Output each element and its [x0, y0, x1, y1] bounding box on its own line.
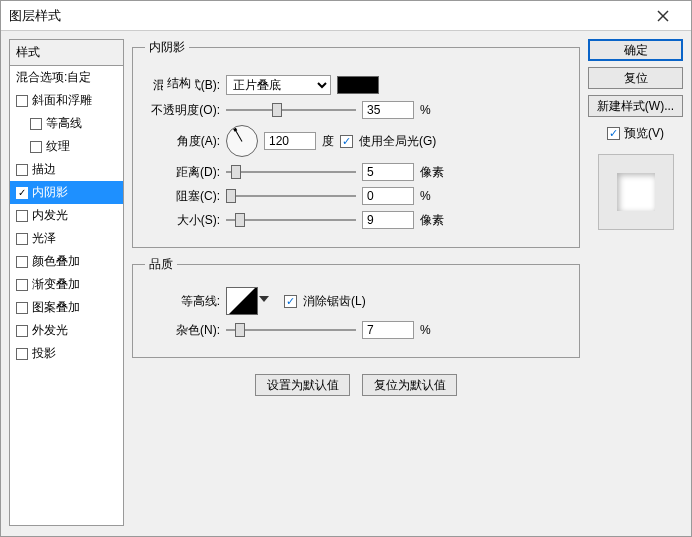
sidebar-item-label: 渐变叠加	[32, 276, 80, 293]
choke-slider[interactable]	[226, 187, 356, 205]
sidebar-item-checkbox[interactable]	[30, 141, 42, 153]
sidebar-item-9[interactable]: 渐变叠加	[10, 273, 123, 296]
blend-mode-select[interactable]: 正片叠底	[226, 75, 331, 95]
size-unit: 像素	[420, 212, 450, 229]
make-default-button[interactable]: 设置为默认值	[255, 374, 350, 396]
size-label: 大小(S):	[145, 212, 220, 229]
sidebar-item-11[interactable]: 外发光	[10, 319, 123, 342]
sidebar-item-checkbox[interactable]	[16, 348, 28, 360]
styles-sidebar: 样式 混合选项:自定斜面和浮雕等高线纹理描边内阴影内发光光泽颜色叠加渐变叠加图案…	[9, 39, 124, 528]
sidebar-item-checkbox[interactable]	[30, 118, 42, 130]
sidebar-item-checkbox[interactable]	[16, 210, 28, 222]
sidebar-item-10[interactable]: 图案叠加	[10, 296, 123, 319]
sidebar-item-checkbox[interactable]	[16, 256, 28, 268]
sidebar-item-4[interactable]: 描边	[10, 158, 123, 181]
reset-default-button[interactable]: 复位为默认值	[362, 374, 457, 396]
preview-checkbox[interactable]	[607, 127, 620, 140]
sidebar-item-2[interactable]: 等高线	[10, 112, 123, 135]
noise-unit: %	[420, 323, 450, 337]
size-input[interactable]	[362, 211, 414, 229]
close-icon	[657, 10, 669, 22]
sidebar-item-5[interactable]: 内阴影	[10, 181, 123, 204]
quality-group: 品质 等高线: 消除锯齿(L) 杂色(N): %	[132, 256, 580, 358]
close-button[interactable]	[643, 2, 683, 30]
sidebar-item-label: 斜面和浮雕	[32, 92, 92, 109]
sidebar-item-label: 投影	[32, 345, 56, 362]
distance-input[interactable]	[362, 163, 414, 181]
sidebar-item-label: 等高线	[46, 115, 82, 132]
angle-dial[interactable]	[226, 125, 258, 157]
window-title: 图层样式	[9, 7, 643, 25]
contour-picker[interactable]	[226, 287, 258, 315]
sidebar-item-1[interactable]: 斜面和浮雕	[10, 89, 123, 112]
angle-label: 角度(A):	[145, 133, 220, 150]
sidebar-item-checkbox[interactable]	[16, 279, 28, 291]
titlebar: 图层样式	[1, 1, 691, 31]
angle-unit: 度	[322, 133, 334, 150]
antialias-label: 消除锯齿(L)	[303, 293, 366, 310]
global-light-checkbox[interactable]	[340, 135, 353, 148]
distance-label: 距离(D):	[145, 164, 220, 181]
noise-slider[interactable]	[226, 321, 356, 339]
sidebar-item-checkbox[interactable]	[16, 325, 28, 337]
sidebar-item-12[interactable]: 投影	[10, 342, 123, 365]
opacity-unit: %	[420, 103, 450, 117]
global-light-label: 使用全局光(G)	[359, 133, 436, 150]
choke-unit: %	[420, 189, 450, 203]
size-slider[interactable]	[226, 211, 356, 229]
opacity-label: 不透明度(O):	[145, 102, 220, 119]
sidebar-item-label: 光泽	[32, 230, 56, 247]
right-panel: 确定 复位 新建样式(W)... 预览(V)	[588, 39, 683, 528]
inner-shadow-group: 内阴影 结构 混合模式(B): 正片叠底 不透明度(O): % 角度(A):	[132, 39, 580, 248]
settings-panel: 内阴影 结构 混合模式(B): 正片叠底 不透明度(O): % 角度(A):	[132, 39, 580, 528]
group-title: 内阴影	[145, 39, 189, 56]
choke-label: 阻塞(C):	[145, 188, 220, 205]
sidebar-item-label: 颜色叠加	[32, 253, 80, 270]
contour-label: 等高线:	[145, 293, 220, 310]
sidebar-item-checkbox[interactable]	[16, 95, 28, 107]
styles-list: 混合选项:自定斜面和浮雕等高线纹理描边内阴影内发光光泽颜色叠加渐变叠加图案叠加外…	[9, 66, 124, 526]
sidebar-item-label: 描边	[32, 161, 56, 178]
sidebar-item-checkbox[interactable]	[16, 187, 28, 199]
ok-button[interactable]: 确定	[588, 39, 683, 61]
sidebar-item-0[interactable]: 混合选项:自定	[10, 66, 123, 89]
sidebar-item-label: 外发光	[32, 322, 68, 339]
default-buttons: 设置为默认值 复位为默认值	[132, 374, 580, 396]
cancel-button[interactable]: 复位	[588, 67, 683, 89]
sidebar-item-checkbox[interactable]	[16, 233, 28, 245]
preview-swatch	[617, 173, 655, 211]
opacity-slider[interactable]	[226, 101, 356, 119]
distance-slider[interactable]	[226, 163, 356, 181]
sidebar-item-7[interactable]: 光泽	[10, 227, 123, 250]
noise-input[interactable]	[362, 321, 414, 339]
opacity-input[interactable]	[362, 101, 414, 119]
antialias-checkbox[interactable]	[284, 295, 297, 308]
preview-box	[598, 154, 674, 230]
new-style-button[interactable]: 新建样式(W)...	[588, 95, 683, 117]
sidebar-item-3[interactable]: 纹理	[10, 135, 123, 158]
noise-label: 杂色(N):	[145, 322, 220, 339]
sidebar-item-checkbox[interactable]	[16, 302, 28, 314]
structure-label: 结构	[163, 75, 195, 92]
sidebar-item-8[interactable]: 颜色叠加	[10, 250, 123, 273]
sidebar-item-label: 内发光	[32, 207, 68, 224]
sidebar-item-label: 纹理	[46, 138, 70, 155]
shadow-color-swatch[interactable]	[337, 76, 379, 94]
layer-style-dialog: 图层样式 样式 混合选项:自定斜面和浮雕等高线纹理描边内阴影内发光光泽颜色叠加渐…	[0, 0, 692, 537]
angle-input[interactable]	[264, 132, 316, 150]
sidebar-item-label: 图案叠加	[32, 299, 80, 316]
styles-header: 样式	[9, 39, 124, 66]
sidebar-item-label: 混合选项:自定	[16, 69, 91, 86]
quality-label: 品质	[145, 256, 177, 273]
preview-label: 预览(V)	[624, 125, 664, 142]
sidebar-item-checkbox[interactable]	[16, 164, 28, 176]
sidebar-item-6[interactable]: 内发光	[10, 204, 123, 227]
choke-input[interactable]	[362, 187, 414, 205]
sidebar-item-label: 内阴影	[32, 184, 68, 201]
distance-unit: 像素	[420, 164, 450, 181]
